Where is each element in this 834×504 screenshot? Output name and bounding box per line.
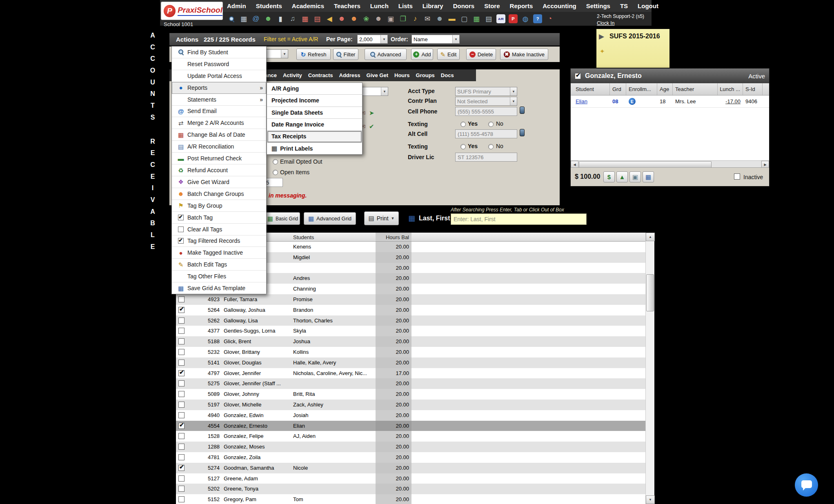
menu-item-a-r-reconciliation[interactable]: ▤A/R Reconciliation <box>172 141 266 153</box>
speaker-icon[interactable]: ♫ <box>288 14 297 23</box>
menu-item-make-tagged-inactive[interactable]: ●Make Tagged Inactive <box>172 247 266 259</box>
chat-button[interactable] <box>795 473 818 497</box>
delete-button[interactable]: −Delete <box>466 49 496 60</box>
per-page-select[interactable]: 2,000 ▼ <box>357 35 388 44</box>
row-checkbox[interactable] <box>178 317 185 324</box>
card-column-enrollm[interactable]: Enrollm... <box>626 83 657 95</box>
row-checkbox[interactable] <box>178 338 185 344</box>
flower-icon[interactable]: ❀ <box>362 14 371 23</box>
ar-report-icon[interactable]: A/R <box>496 14 505 23</box>
add-button[interactable]: +Add <box>411 49 433 60</box>
mail-forward-icon[interactable]: ➤ <box>369 109 374 117</box>
card-checkbox[interactable] <box>575 73 581 79</box>
table-vscrollbar[interactable]: ▲ ▼ <box>645 233 654 504</box>
menu-item-post-returned-check[interactable]: ▬Post Returned Check <box>172 153 266 164</box>
table-row-5188[interactable]: 5188Glick, BrentJoshua20.00 <box>176 336 645 347</box>
tab-address[interactable]: Address <box>339 72 360 78</box>
menu-item-give-get-wizard[interactable]: ❖Give Get Wizard <box>172 176 266 188</box>
texting2-no-radio[interactable] <box>488 144 494 149</box>
tab-contracts[interactable]: Contracts <box>308 72 333 78</box>
table-row-4923[interactable]: 4923Fuller, TamaraPromise20.00 <box>176 294 645 305</box>
table-row-5152[interactable]: 5152Gregory, PamTom20.00 <box>176 494 645 504</box>
group-icon[interactable]: ☻ <box>435 14 444 23</box>
row-checkbox[interactable] <box>178 402 185 408</box>
tab-docs[interactable]: Docs <box>441 72 454 78</box>
clock-icon[interactable]: ◔ <box>545 14 554 23</box>
table-row-5274[interactable]: 5274Goodman, SamanthaNicole20.00 <box>176 463 645 473</box>
table-row-1288[interactable]: 1288Gonzalez, Moses20.00 <box>176 442 645 452</box>
card-column-student[interactable]: Student <box>573 83 610 95</box>
row-checkbox[interactable] <box>178 370 185 376</box>
submenu-item-print-labels[interactable]: ▦Print Labels <box>267 143 362 154</box>
student-orange-icon[interactable]: ☻ <box>349 14 358 23</box>
menu-item-merge-2-a-r-accounts[interactable]: ⇄Merge 2 A/R Accounts <box>172 117 266 129</box>
mail-icon[interactable]: ✉ <box>423 14 432 23</box>
row-checkbox[interactable] <box>178 475 185 482</box>
row-checkbox[interactable] <box>178 349 185 355</box>
row-checkbox[interactable] <box>178 433 185 439</box>
table-row-5262[interactable]: 5262Galloway, LisaThorton, Charles20.00 <box>176 315 645 326</box>
horn-icon[interactable]: ♪ <box>411 14 420 23</box>
table-row-1528[interactable]: 1528Gonzalez, FelipeAJ, Aiden20.00 <box>176 431 645 442</box>
table-row-5275[interactable]: 5275Glover, Jennifer (Staff ...20.00 <box>176 378 645 389</box>
menu-item-refund-account[interactable]: ♻Refund Account <box>172 164 266 176</box>
menu-item-tag-by-group[interactable]: ⚑Tag By Group <box>172 200 266 212</box>
row-checkbox[interactable] <box>178 454 185 460</box>
alt-cell-phone-icon[interactable] <box>520 129 525 136</box>
payment-button[interactable]: $ <box>603 171 615 182</box>
calculator-icon[interactable]: ▦ <box>239 14 248 23</box>
menu-item-save-grid-as-template[interactable]: ▦Save Grid As Template <box>172 282 266 294</box>
menu-item-batch-change-groups[interactable]: ☻Batch Change Groups <box>172 188 266 200</box>
menu-item-send-email[interactable]: @Send Email <box>172 106 266 118</box>
nav-item-library[interactable]: Library <box>423 2 443 9</box>
table-row-4797[interactable]: 4797Glover, JenniferNicholas, Caroline, … <box>176 368 645 379</box>
megaphone-icon[interactable]: ◀ <box>325 14 334 23</box>
grid-view-button[interactable]: ▦ <box>643 171 654 182</box>
table-row-4554[interactable]: 4554Gonzalez, ErnestoElian20.00 <box>176 421 645 431</box>
scroll-down-icon[interactable]: ▼ <box>646 495 655 504</box>
table-row-5141[interactable]: 5141Glover, DouglasHalle, Kalle, Avery20… <box>176 357 645 368</box>
cell-phone-input[interactable] <box>455 107 517 116</box>
card-column-lunch[interactable]: Lunch ... <box>718 83 743 95</box>
calendar-icon[interactable]: ▦ <box>300 14 309 23</box>
student-red-icon[interactable]: ☻ <box>337 14 346 23</box>
table-row-5089[interactable]: 5089Glover, JohnnyBritt, Rita20.00 <box>176 389 645 400</box>
table-row-5232[interactable]: 5232Glover, BrittanyKollins20.00 <box>176 347 645 357</box>
id-card-icon[interactable]: ▬ <box>447 14 456 23</box>
make-inactive-button[interactable]: ✖Make Inactive <box>500 49 548 60</box>
calendar-day-icon[interactable]: ▤ <box>313 14 322 23</box>
edit-button[interactable]: ✎Edit <box>437 49 460 60</box>
globe-icon[interactable]: ◍ <box>521 14 530 23</box>
row-checkbox[interactable] <box>178 328 185 334</box>
submenu-item-date-range-invoice[interactable]: Date Range Invoice <box>267 119 362 131</box>
menu-item-change-bal-as-of-date[interactable]: ▦Change Bal As of Date <box>172 129 266 141</box>
scroll-up-icon[interactable]: ▲ <box>646 233 655 241</box>
texting-no-radio[interactable] <box>488 122 494 127</box>
inactive-checkbox[interactable] <box>734 173 740 180</box>
menu-item-find-by-student[interactable]: Find By Student <box>172 47 266 58</box>
hours-bal-header[interactable]: Hours Bal <box>376 234 409 240</box>
vscroll-thumb[interactable] <box>646 274 654 311</box>
menu-item-update-portal-access[interactable]: Update Portal Access <box>172 70 266 82</box>
table-row-5127[interactable]: 5127Greene, Adam20.00 <box>176 473 645 484</box>
cell-phone-icon[interactable] <box>520 107 525 114</box>
small-count-input[interactable] <box>264 178 283 187</box>
advanced-button[interactable]: Advanced <box>365 49 407 60</box>
menu-item-tag-other-files[interactable]: Tag Other Files <box>172 271 266 282</box>
tab-give-get[interactable]: Give Get <box>367 72 388 78</box>
photo-button[interactable]: ▣ <box>629 171 641 182</box>
menu-item-clear-all-tags[interactable]: Clear All Tags <box>172 224 266 235</box>
note-arrow-icon[interactable]: ▶ <box>599 32 604 41</box>
search-icon[interactable] <box>227 14 236 23</box>
row-checkbox[interactable] <box>178 423 185 429</box>
keyboard-icon[interactable]: ▤ <box>484 14 493 23</box>
card-cell[interactable]: -17.00 <box>718 95 743 107</box>
spreadsheet-icon[interactable]: ▦ <box>472 14 481 23</box>
row-checkbox[interactable] <box>178 380 185 386</box>
card-cell[interactable]: 08 <box>610 95 626 107</box>
tab-hours[interactable]: Hours <box>394 72 410 78</box>
print-button[interactable]: ▤ Print ▼ <box>364 211 399 225</box>
students-header[interactable]: Students <box>293 234 314 240</box>
table-row-4377[interactable]: 4377Gentles-Suggs, LornaSkyla20.00 <box>176 326 645 336</box>
texting2-yes-radio[interactable] <box>460 144 466 149</box>
